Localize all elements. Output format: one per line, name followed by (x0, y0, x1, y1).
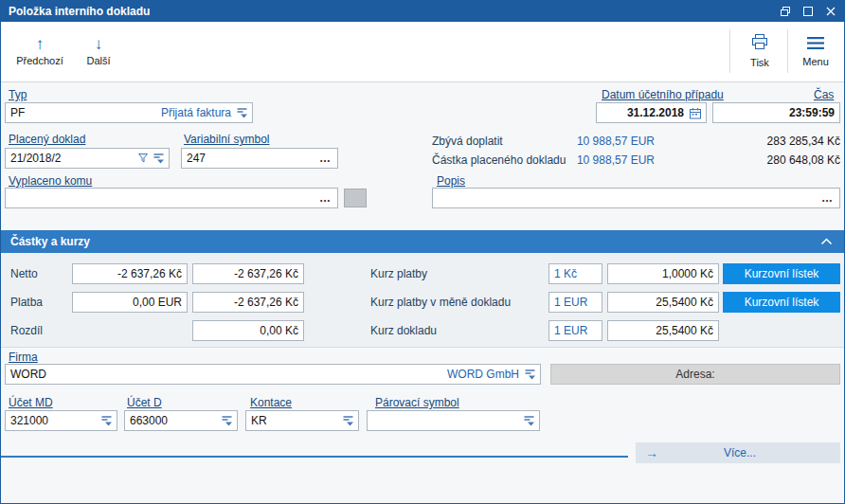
type-field[interactable]: PF Přijatá faktura (5, 102, 253, 123)
netto-field-1[interactable]: -2 637,26 Kč (72, 263, 188, 284)
paid-to-whom-field[interactable]: … (5, 188, 338, 208)
hamburger-menu-icon (807, 36, 824, 53)
window-controls (780, 6, 844, 17)
toolbar-separator (787, 29, 788, 73)
print-label: Tisk (750, 57, 769, 68)
toolbar-separator (729, 29, 730, 73)
close-icon[interactable] (825, 6, 836, 17)
document-rate-value: 25,5400 Kč (608, 324, 718, 337)
posting-label[interactable]: Kontace (250, 396, 292, 409)
dropdown-icon[interactable] (100, 415, 117, 426)
dropdown-icon[interactable] (524, 369, 540, 380)
time-value: 23:59:59 (713, 106, 839, 119)
type-name-value: Přijatá faktura (156, 106, 236, 119)
dropdown-icon[interactable] (236, 107, 252, 118)
account-d-label[interactable]: Účet D (127, 396, 162, 409)
ellipsis-button[interactable]: … (821, 191, 839, 205)
restore-icon[interactable] (780, 6, 791, 17)
company-code-value: WORD (6, 368, 442, 381)
section-header-amounts[interactable]: Částky a kurzy (1, 230, 844, 253)
pairing-symbol-label[interactable]: Párovací symbol (375, 396, 459, 409)
payment-rate-value: 1,0000 Kč (608, 267, 718, 280)
payment-rate-field[interactable]: 1,0000 Kč (607, 263, 719, 284)
payment-value-1: 0,00 EUR (73, 296, 187, 309)
arrow-right-icon: → (636, 445, 668, 460)
netto-field-2[interactable]: -2 637,26 Kč (192, 263, 304, 284)
remaining-to-pay-czk: 283 285,34 Kč (717, 135, 840, 148)
payment-field-1[interactable]: 0,00 EUR (72, 292, 188, 313)
document-currency-rate-unit-field[interactable]: 1 EUR (548, 292, 602, 313)
exchange-rate-list-button[interactable]: Kurzovní lístek (723, 292, 840, 313)
description-label[interactable]: Popis (437, 174, 465, 188)
payment-rate-unit: 1 Kč (549, 267, 602, 280)
remaining-to-pay-eur: 10 988,57 EUR (546, 135, 655, 148)
next-label: Další (86, 55, 110, 66)
remaining-to-pay-label: Zbývá doplatit (432, 135, 503, 148)
printer-icon (750, 34, 769, 54)
calendar-icon[interactable] (689, 107, 706, 119)
company-name-value: WORD GmbH (442, 368, 524, 381)
accounting-date-field[interactable]: 31.12.2018 (596, 102, 707, 123)
ellipsis-button[interactable]: … (319, 191, 337, 205)
toolbar: ↑ Předchozí ↓ Další Tisk Menu (1, 22, 844, 82)
account-md-label[interactable]: Účet MD (9, 396, 53, 409)
accounting-date-label[interactable]: Datum účetního případu (602, 88, 724, 101)
exchange-rate-list-button[interactable]: Kurzovní lístek (723, 263, 840, 284)
company-label[interactable]: Firma (9, 351, 38, 364)
dropdown-icon[interactable] (342, 415, 358, 426)
payment-field-2[interactable]: -2 637,26 Kč (192, 292, 304, 313)
description-field[interactable]: … (432, 188, 840, 208)
address-label: Adresa: (675, 368, 714, 381)
titlebar: Položka interního dokladu (1, 1, 844, 22)
document-rate-field[interactable]: 25,5400 Kč (607, 320, 719, 341)
paid-to-whom-aux-button[interactable] (344, 189, 367, 207)
netto-label: Netto (10, 267, 38, 280)
previous-label: Předchozí (16, 55, 63, 66)
pairing-symbol-field[interactable] (367, 410, 540, 431)
print-button[interactable]: Tisk (736, 26, 783, 77)
variable-symbol-field[interactable]: 247 … (181, 148, 338, 169)
section-title: Částky a kurzy (1, 235, 820, 248)
company-field[interactable]: WORD WORD GmbH (5, 364, 541, 385)
type-code-value: PF (6, 106, 156, 119)
posting-value: KR (246, 414, 342, 427)
posting-field[interactable]: KR (245, 410, 359, 431)
dropdown-icon[interactable] (153, 153, 169, 164)
paid-document-amount-eur: 10 988,57 EUR (546, 153, 655, 167)
payment-rate-unit-field[interactable]: 1 Kč (548, 263, 602, 284)
next-button[interactable]: ↓ Další (77, 26, 120, 77)
menu-label: Menu (802, 56, 829, 67)
paid-document-label[interactable]: Placený doklad (9, 133, 85, 146)
menu-button[interactable]: Menu (791, 26, 840, 77)
ellipsis-button[interactable]: … (319, 152, 337, 165)
variable-symbol-value: 247 (182, 152, 319, 165)
document-currency-rate-field[interactable]: 25,5400 Kč (607, 292, 719, 313)
document-rate-unit-field[interactable]: 1 EUR (548, 320, 602, 341)
account-d-value: 663000 (125, 414, 221, 427)
filter-icon[interactable] (137, 153, 153, 164)
dropdown-icon[interactable] (523, 415, 539, 426)
arrow-up-icon: ↑ (36, 37, 45, 52)
payment-rate-label: Kurz platby (370, 267, 427, 280)
previous-button[interactable]: ↑ Předchozí (9, 26, 71, 77)
maximize-icon[interactable] (802, 6, 814, 17)
dropdown-icon[interactable] (221, 415, 237, 426)
paid-document-value: 21/2018/2 (6, 152, 137, 165)
paid-document-field[interactable]: 21/2018/2 (5, 148, 170, 169)
difference-field[interactable]: 0,00 Kč (192, 320, 304, 341)
more-button[interactable]: → Více... (636, 442, 840, 463)
more-label: Více... (668, 446, 840, 459)
difference-value: 0,00 Kč (193, 324, 303, 337)
time-label[interactable]: Čas (814, 88, 834, 101)
netto-value-1: -2 637,26 Kč (73, 267, 187, 280)
account-md-field[interactable]: 321000 (5, 410, 117, 431)
variable-symbol-label[interactable]: Variabilní symbol (184, 133, 269, 146)
document-rate-unit: 1 EUR (549, 324, 602, 337)
document-currency-rate-unit: 1 EUR (549, 296, 602, 309)
account-d-field[interactable]: 663000 (124, 410, 238, 431)
paid-to-whom-label[interactable]: Vyplaceno komu (9, 174, 92, 188)
address-panel[interactable]: Adresa: (550, 364, 840, 385)
collapse-chevron-icon[interactable] (820, 238, 844, 245)
type-label[interactable]: Typ (9, 88, 27, 101)
time-field[interactable]: 23:59:59 (712, 102, 840, 123)
